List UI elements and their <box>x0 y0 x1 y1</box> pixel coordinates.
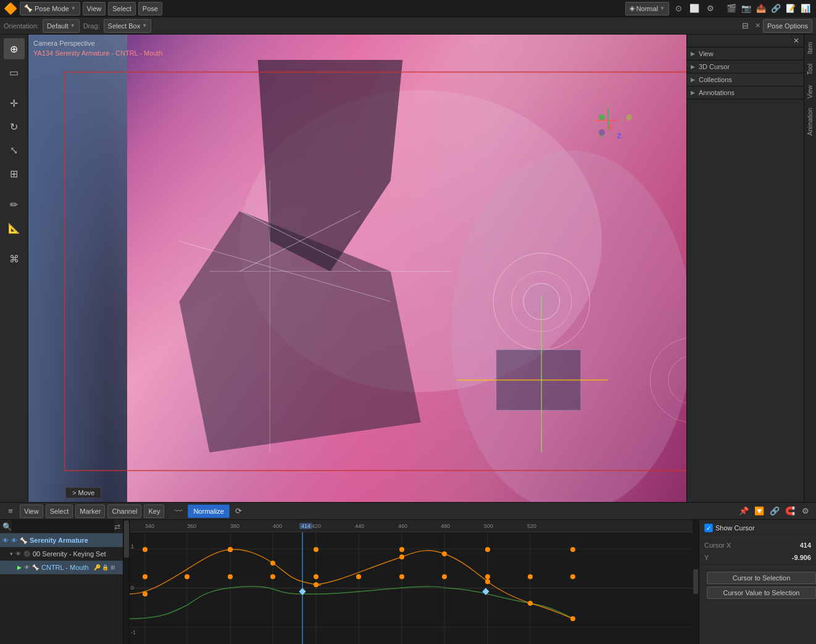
bone-item[interactable]: ▶ 👁 🦴 CNTRL - Mouth 🔑 🔒 ⊞ <box>0 561 123 574</box>
tl-visible-icon[interactable]: 👁 <box>2 537 9 544</box>
normalize-button[interactable]: Normalize <box>188 504 230 518</box>
timeline-channel-label: Channel <box>112 508 137 515</box>
measure-tool[interactable]: 📐 <box>4 217 25 238</box>
cursor-y-row: Y -9.906 <box>699 551 816 564</box>
npanel-icon[interactable]: ⊟ <box>739 19 752 33</box>
snap-icon[interactable]: 🧲 <box>783 504 797 518</box>
show-cursor-checkbox[interactable]: ✓ <box>704 524 713 532</box>
npanel-top: ✕ <box>687 35 804 48</box>
scale-tool[interactable]: ⤡ <box>4 140 25 161</box>
cursor-value-to-selection-button[interactable]: Cursor Value to Selection <box>707 587 816 599</box>
view-menu[interactable]: View <box>83 2 106 15</box>
ruler-380: 380 <box>230 523 239 529</box>
settings-icon[interactable]: ⚙ <box>799 504 812 518</box>
viewport[interactable]: X Y Z Came <box>28 35 686 502</box>
transform-tool[interactable]: ⊞ <box>4 163 25 184</box>
link-icon[interactable]: 🔗 <box>768 504 781 518</box>
tab-item[interactable]: Item <box>806 37 815 59</box>
npanel-close-icon[interactable]: ✕ <box>755 22 760 30</box>
pose-menu-label: Pose <box>143 5 158 12</box>
svg-point-42 <box>399 547 404 552</box>
xray-toggle[interactable]: ⬜ <box>688 2 701 15</box>
y-value-0: 0 <box>131 585 134 591</box>
panel-section-3dcursor[interactable]: ▶ 3D Cursor <box>687 61 804 73</box>
tab-tool[interactable]: Tool <box>806 59 815 80</box>
viewport-overlays-icon[interactable]: ⊙ <box>672 2 685 15</box>
bottom-area: ≡ View Select Marker Channel Key 〰 Norma… <box>0 502 816 644</box>
timeline-channel-menu[interactable]: Channel <box>107 504 141 518</box>
channel-search-input[interactable] <box>12 520 114 533</box>
annotate-tool[interactable]: ✏ <box>4 194 25 215</box>
svg-point-23 <box>599 130 605 136</box>
svg-point-49 <box>314 574 318 579</box>
scene-icon[interactable]: 🎬 <box>725 2 738 15</box>
bone-visible-icon[interactable]: ▶ <box>17 564 22 571</box>
graph-type-icon[interactable]: 〰 <box>172 504 185 518</box>
pose-menu[interactable]: Pose <box>138 2 162 15</box>
compositing-icon[interactable]: 🔗 <box>769 2 783 15</box>
svg-point-43 <box>485 547 490 552</box>
select-box-tool[interactable]: ▭ <box>4 62 25 83</box>
pin-icon[interactable]: 📌 <box>737 504 751 518</box>
panel-section-view[interactable]: ▶ View <box>687 48 804 61</box>
shading-icon: ◈ <box>630 4 635 12</box>
cursor-to-selection-button[interactable]: Cursor to Selection <box>707 572 816 584</box>
timeline-menu-icon[interactable]: ≡ <box>4 504 17 518</box>
sync-icon[interactable]: ⟳ <box>232 504 246 518</box>
tab-animation[interactable]: Animation <box>806 103 815 140</box>
ruler-520: 520 <box>527 523 536 529</box>
render-icon[interactable]: 📷 <box>739 2 753 15</box>
timeline-select-menu[interactable]: Select <box>46 504 73 518</box>
timeline-left: 🔍 ⇄ 👁 👁 🦴 Serenity Armature ▾ 👁 ⚫ 00 Ser… <box>0 520 123 644</box>
timeline-right-scrollbar[interactable] <box>693 569 698 594</box>
timeline-grid-svg <box>130 532 693 644</box>
view-section-label: View <box>699 50 714 57</box>
npanel-close-btn[interactable]: ✕ <box>791 36 801 46</box>
svg-point-46 <box>185 574 189 579</box>
scripting-icon[interactable]: 📝 <box>784 2 797 15</box>
svg-point-60 <box>270 561 275 566</box>
y-value-1: 1 <box>131 543 134 550</box>
gizmo-settings-icon[interactable]: ⚙ <box>704 2 717 15</box>
bone-eye-icon: 👁 <box>24 564 30 571</box>
select-menu[interactable]: Select <box>108 2 136 15</box>
armature-item[interactable]: 👁 👁 🦴 Serenity Armature <box>0 533 123 547</box>
ks-icon: ⚫ <box>23 551 30 557</box>
rotate-tool[interactable]: ↻ <box>4 116 25 137</box>
svg-point-52 <box>442 574 447 579</box>
panel-section-annotations[interactable]: ▶ Annotations <box>687 86 804 99</box>
timeline-main[interactable]: 340 360 380 400 414 420 440 460 480 500 … <box>130 520 693 644</box>
filter-icon[interactable]: 🔽 <box>752 504 766 518</box>
bone-label: CNTRL - Mouth <box>41 564 89 571</box>
viewport-shading-icon[interactable]: ◈ Normal ▼ <box>625 2 669 15</box>
pose-tool[interactable]: ⌘ <box>4 248 25 269</box>
output-icon[interactable]: 📤 <box>754 2 768 15</box>
drag-value: Select Box <box>108 22 141 30</box>
cursor-tool[interactable]: ⊕ <box>4 38 25 59</box>
data-icon[interactable]: 📊 <box>799 2 812 15</box>
orient-chevron-icon: ▼ <box>70 23 75 28</box>
panel-section-collections[interactable]: ▶ Collections <box>687 73 804 86</box>
orientation-label: Orientation: <box>4 22 39 30</box>
svg-point-65 <box>528 601 533 606</box>
timeline-left-scrollbar[interactable] <box>124 521 129 558</box>
keying-set-item[interactable]: ▾ 👁 ⚫ 00 Serenity - Keying Set <box>0 547 123 561</box>
transfer-icon: ⇄ <box>114 522 120 531</box>
drag-selector[interactable]: Select Box ▼ <box>104 19 152 33</box>
svg-text:Z: Z <box>617 132 622 140</box>
orientation-selector[interactable]: Default ▼ <box>43 19 80 33</box>
svg-point-22 <box>626 114 632 120</box>
top-bar: 🔶 🦴 Pose Mode ▼ View Select Pose ◈ Norma… <box>0 0 816 17</box>
timeline-marker-menu[interactable]: Marker <box>75 504 105 518</box>
y-value-neg1: -1 <box>131 629 136 635</box>
svg-text:X: X <box>608 123 613 131</box>
tab-view[interactable]: View <box>806 80 815 104</box>
svg-point-62 <box>399 554 404 559</box>
timeline-key-menu[interactable]: Key <box>144 504 164 518</box>
move-tool[interactable]: ✛ <box>4 93 25 114</box>
pose-options-btn[interactable]: Pose Options <box>763 19 812 33</box>
mode-selector[interactable]: 🦴 Pose Mode ▼ <box>20 2 80 15</box>
timeline-view-menu[interactable]: View <box>20 504 43 518</box>
ruler-500: 500 <box>484 523 493 529</box>
select-menu-label: Select <box>112 5 131 12</box>
